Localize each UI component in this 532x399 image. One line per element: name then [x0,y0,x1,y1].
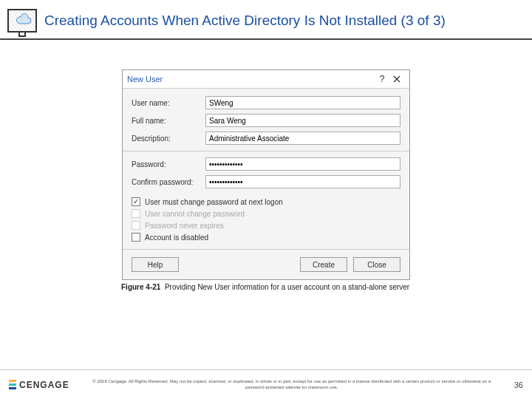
checkbox-label: User must change password at next logon [145,198,283,206]
checkbox-label: Password never expires [145,222,224,230]
dialog-help-button[interactable]: ? [375,74,389,84]
username-label: User name: [132,99,205,107]
page-number: 36 [514,381,523,389]
fullname-input[interactable] [205,114,400,127]
slide-header: Creating Accounts When Active Directory … [0,0,532,40]
new-user-dialog: New User ? User name: Full name: Descrip… [122,69,410,280]
username-input[interactable] [205,96,400,109]
checkbox-must-change[interactable]: User must change password at next logon [132,197,400,206]
create-button[interactable]: Create [300,257,347,272]
brand-bars-icon [9,380,16,389]
close-button[interactable]: Close [353,257,400,272]
password-label: Password: [132,160,205,168]
password-input[interactable] [205,157,400,171]
checkbox-label: Account is disabled [145,233,208,242]
checkbox-label: User cannot change password [145,210,245,218]
figure-caption: Figure 4-21 Providing New User informati… [121,283,532,291]
checkbox-cannot-change: User cannot change password [132,209,400,218]
description-label: Description: [132,134,205,143]
checkbox-never-expires: Password never expires [132,221,400,230]
brand-text: CENGAGE [19,380,69,390]
fullname-label: Full name: [132,117,205,125]
checkbox-icon [132,221,140,230]
description-input[interactable] [205,132,400,145]
checkbox-icon [132,233,140,242]
dialog-titlebar: New User ? [123,70,409,89]
copyright-text: © 2018 Cengage. All Rights Reserved. May… [69,379,514,391]
help-button[interactable]: Help [132,257,179,272]
figure-number: Figure 4-21 [121,283,160,291]
figure-text: Providing New User information for a use… [165,283,409,291]
brand-logo: CENGAGE [9,380,69,390]
checkbox-icon [132,197,140,206]
page-title: Creating Accounts When Active Directory … [44,13,446,29]
confirm-password-label: Confirm password: [132,178,205,186]
slide-footer: CENGAGE © 2018 Cengage. All Rights Reser… [0,369,532,399]
dialog-title: New User [127,75,375,83]
close-icon[interactable] [389,73,405,85]
cloud-monitor-icon [7,9,37,33]
confirm-password-input[interactable] [205,175,400,188]
checkbox-icon [132,209,140,218]
checkbox-account-disabled[interactable]: Account is disabled [132,233,400,242]
